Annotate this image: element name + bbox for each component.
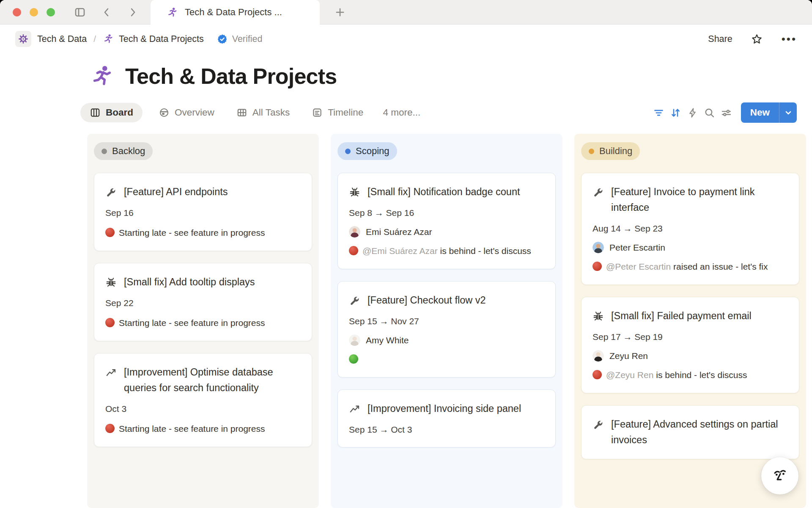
card-date: Sep 17 → Sep 19 (593, 331, 788, 343)
status-dot-icon (105, 424, 115, 433)
status-dot-icon (105, 228, 115, 237)
task-card[interactable]: [Feature] Advanced settings on partial i… (581, 405, 799, 459)
page-title-runner-icon (90, 64, 114, 88)
view-tabs-row: Board Overview All Tasks Timeline 4 more… (0, 102, 812, 123)
tab-overview[interactable]: Overview (153, 103, 220, 122)
task-card[interactable]: [Feature] Invoice to payment link interf… (581, 173, 799, 285)
avatar (593, 350, 604, 362)
card-title: [Small fix] Failed payment email (611, 308, 752, 324)
status-dot-icon (345, 149, 351, 154)
card-title: [Feature] Checkout flow v2 (368, 293, 486, 308)
wrench-icon (349, 295, 360, 306)
tab-timeline[interactable]: Timeline (306, 103, 369, 122)
card-title: [Feature] Advanced settings on partial i… (611, 417, 788, 448)
status-mention: @Emi Suárez Azar (362, 246, 438, 256)
task-card[interactable]: [Improvement] Optimise database queries … (94, 353, 312, 447)
kanban-board: Backlog [Feature] API endpoints Sep 16 S… (0, 123, 812, 508)
gear-icon (18, 33, 29, 44)
tab-board[interactable]: Board (80, 103, 143, 122)
column-status-pill[interactable]: Building (581, 142, 640, 160)
status-text: raised an issue - let's fix (671, 262, 768, 271)
chevron-down-icon (779, 102, 797, 123)
card-title: [Feature] Invoice to payment link interf… (611, 184, 788, 215)
wrench-icon (105, 186, 117, 198)
assignee-name: Amy White (366, 335, 409, 345)
wrench-icon (593, 419, 604, 430)
column-cards: [Feature] Invoice to payment link interf… (581, 173, 799, 459)
bug-icon (593, 310, 604, 322)
new-tab-button[interactable] (334, 6, 346, 18)
task-card[interactable]: [Small fix] Add tooltip displays Sep 22 … (94, 263, 312, 341)
breadcrumb-workspace-label[interactable]: Tech & Data (37, 34, 87, 44)
task-card[interactable]: [Feature] Checkout flow v2 Sep 15 → Nov … (337, 281, 556, 378)
card-status: @Emi Suárez Azar is behind - let's discu… (349, 244, 544, 258)
notion-face-icon (770, 466, 790, 486)
verified-badge[interactable]: Verified (217, 33, 263, 45)
card-title: [Improvement] Optimise database queries … (124, 364, 301, 396)
search-icon[interactable] (701, 104, 718, 121)
card-title: [Feature] API endpoints (124, 184, 228, 200)
status-text: Starting late - see feature in progress (119, 228, 265, 237)
task-card[interactable]: [Improvement] Invoicing side panel Sep 1… (337, 389, 556, 447)
ai-assistant-button[interactable] (761, 457, 798, 494)
avatar (349, 226, 360, 237)
status-dot-icon (593, 262, 602, 271)
filter-icon[interactable] (650, 104, 667, 121)
share-button[interactable]: Share (708, 34, 732, 44)
active-tab[interactable]: Tech & Data Projects ... (151, 0, 320, 25)
status-text: Starting late - see feature in progress (119, 424, 265, 433)
table-icon (236, 107, 247, 118)
column-status-pill[interactable]: Scoping (337, 142, 397, 160)
chart-icon (349, 403, 360, 414)
task-card[interactable]: [Small fix] Failed payment email Sep 17 … (581, 297, 799, 393)
sliders-icon[interactable] (718, 104, 735, 121)
runner-icon (103, 33, 114, 44)
breadcrumb-workspace[interactable] (15, 31, 31, 47)
minimize-window-button[interactable] (30, 8, 38, 17)
status-mention: @Zeyu Ren (606, 370, 653, 380)
ellipsis-icon[interactable]: ••• (782, 33, 797, 46)
assignee-name: Peter Escartin (609, 243, 665, 253)
card-status: Starting late - see feature in progress (105, 226, 301, 240)
bug-icon (105, 276, 117, 288)
app-window: Tech & Data Projects ... Tech & Data / T… (0, 0, 812, 508)
back-chevron-icon[interactable] (101, 6, 112, 18)
lightning-icon[interactable] (684, 104, 701, 121)
star-icon[interactable] (749, 30, 765, 47)
tab-all-tasks[interactable]: All Tasks (230, 103, 296, 122)
task-card[interactable]: [Feature] API endpoints Sep 16 Starting … (94, 173, 312, 251)
status-dot-icon (349, 354, 358, 364)
status-text: is behind - let's discuss (438, 246, 531, 256)
card-date: Sep 15 → Nov 27 (349, 315, 544, 328)
card-date: Oct 3 (105, 403, 301, 415)
card-status: Starting late - see feature in progress (105, 316, 301, 330)
sidebar-toggle-icon[interactable] (74, 6, 86, 19)
breadcrumb-page-label[interactable]: Tech & Data Projects (119, 34, 204, 44)
new-button-label: New (741, 102, 779, 123)
verified-label: Verified (232, 34, 263, 44)
new-button[interactable]: New (741, 102, 797, 123)
status-dot-icon (102, 149, 107, 154)
column-name: Building (599, 146, 632, 157)
browser-tab-bar: Tech & Data Projects ... (0, 0, 812, 25)
board-column: Backlog [Feature] API endpoints Sep 16 S… (87, 134, 319, 508)
board-icon (90, 107, 101, 118)
card-status: @Peter Escartin raised an issue - let's … (593, 260, 788, 273)
column-status-pill[interactable]: Backlog (94, 142, 153, 160)
tab-more[interactable]: 4 more... (379, 103, 424, 122)
runner-icon (167, 7, 178, 18)
sort-icon[interactable] (667, 104, 684, 121)
card-date: Sep 15 → Oct 3 (349, 423, 544, 436)
task-card[interactable]: [Small fix] Notification badge count Sep… (337, 173, 556, 269)
expand-window-button[interactable] (47, 8, 55, 17)
card-assignee: Peter Escartin (593, 242, 788, 253)
timeline-icon (312, 107, 323, 118)
card-date: Sep 16 (105, 207, 301, 219)
avatar (349, 334, 360, 346)
tab-title: Tech & Data Projects ... (185, 7, 282, 18)
card-status: @Zeyu Ren is behind - let's discuss (593, 368, 788, 382)
verified-badge-icon (217, 33, 228, 45)
page-title: Tech & Data Projects (125, 64, 337, 89)
forward-chevron-icon[interactable] (127, 6, 139, 18)
close-window-button[interactable] (13, 8, 21, 17)
